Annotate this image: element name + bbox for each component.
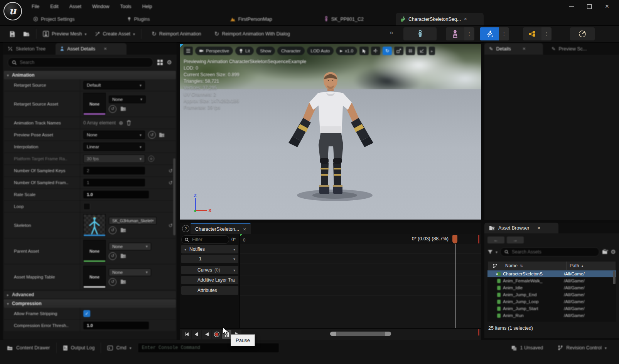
create-asset-button[interactable]: Create Asset ▾ [91, 28, 139, 40]
skeleton-thumbnail[interactable] [83, 214, 106, 237]
section-animation[interactable]: ▾ Animation [4, 71, 176, 79]
details-search-box[interactable] [8, 57, 153, 67]
track-attributes[interactable]: Attributes [181, 286, 238, 295]
asset-row[interactable]: Anim_Jump_Loop/All/Game/ [487, 298, 616, 305]
use-selected-asset-icon[interactable]: ↺ [109, 105, 116, 113]
browse-asset-icon[interactable] [120, 279, 126, 285]
viewport-show-button[interactable]: Show [256, 47, 275, 55]
section-advanced[interactable]: ▸ Advanced [4, 291, 176, 299]
scale-tool-button[interactable] [394, 47, 403, 55]
track-options-icon[interactable]: ▾ [233, 247, 235, 252]
track-notify-row-1[interactable]: 1 ▾ [181, 255, 238, 263]
compression-error-input[interactable]: 1.0 [83, 322, 149, 329]
use-selected-asset-icon[interactable]: ↺ [109, 278, 116, 286]
viewport-character-button[interactable]: Character [277, 47, 305, 55]
name-column-header[interactable]: Name ⇅ [502, 262, 567, 270]
preview-mesh-button[interactable]: Preview Mesh ▾ [39, 28, 91, 40]
sampled-frames-input[interactable]: 1 [83, 179, 145, 186]
menu-tools[interactable]: Tools [115, 0, 137, 13]
console-command-input[interactable] [138, 343, 279, 353]
content-drawer-button[interactable]: Content Drawer [2, 341, 55, 355]
viewport-lod-button[interactable]: LOD Auto [307, 47, 334, 55]
details-scrollbar[interactable] [173, 158, 175, 235]
timeline-filter-box[interactable] [181, 235, 229, 244]
filter-icon[interactable] [487, 250, 493, 254]
timeline-tab[interactable]: CharacterSkeleton... ✕ [191, 223, 251, 234]
asset-row[interactable]: Anim_Jump_Start/All/Game/ [487, 305, 616, 312]
revision-control-button[interactable]: Revision Control ▾ [553, 341, 611, 355]
output-log-button[interactable]: Output Log [58, 341, 100, 355]
track-additive-layer[interactable]: Additive Layer Tra [181, 276, 238, 284]
timeline-scrollbar-handle[interactable] [330, 332, 391, 336]
gear-icon[interactable]: ⚙ [611, 248, 616, 255]
retarget-source-asset-thumbnail[interactable]: None [83, 93, 106, 115]
allow-frame-stripping-checkbox[interactable]: ✓ [83, 310, 90, 317]
details-search-input[interactable] [19, 59, 148, 65]
record-button[interactable] [212, 330, 221, 339]
cmd-button[interactable]: Cmd ▾ [103, 341, 136, 355]
play-reverse-button[interactable] [202, 330, 211, 339]
use-selected-asset-icon[interactable]: ↺ [109, 226, 116, 234]
parent-asset-dropdown[interactable]: None▾ [109, 243, 151, 250]
use-selected-asset-icon[interactable]: ↺ [109, 252, 116, 260]
tab-sk-pp801-c2[interactable]: SK_PP801_C2 [319, 13, 368, 25]
browse-to-asset-button[interactable] [19, 28, 34, 40]
viewport-playback-speed-button[interactable]: ▶ x1.0 [336, 47, 357, 55]
menu-edit[interactable]: Edit [45, 0, 64, 13]
toolbar-overflow-chevron[interactable]: » [390, 29, 393, 37]
preview-pose-asset-dropdown[interactable]: None▾ [83, 131, 145, 139]
timeline-ruler[interactable]: 0 0* (0.03) (88.7%) [240, 234, 481, 245]
track-options-icon[interactable]: ▾ [233, 268, 235, 272]
tab-asset-browser[interactable]: Asset Browser ✕ [484, 223, 558, 233]
mesh-mode-options-button[interactable]: ⋮ [464, 27, 474, 40]
rotate-tool-button[interactable]: ↻ [383, 47, 392, 55]
go-to-start-button[interactable] [182, 330, 191, 339]
asset-list-scrollbar[interactable] [613, 271, 616, 284]
step-backward-button[interactable] [192, 330, 201, 339]
viewport-toolbar-expand-button[interactable]: ▸ [429, 47, 435, 55]
rotation-snap-button[interactable] [417, 47, 427, 55]
reimport-animation-button[interactable]: ↻ Reimport Animation [148, 28, 205, 40]
playhead-marker[interactable] [452, 235, 457, 243]
tab-preview-scene[interactable]: ✎ Preview Sc... [547, 43, 591, 55]
timeline-scrollbar[interactable] [330, 331, 391, 336]
retarget-source-asset-dropdown[interactable]: None▾ [109, 96, 146, 103]
physics-mode-button[interactable] [570, 27, 595, 40]
viewport-lit-button[interactable]: Lit [235, 47, 254, 55]
timeline-filter-input[interactable] [191, 237, 215, 243]
asset-search-box[interactable] [500, 247, 599, 257]
asset-search-input[interactable] [511, 249, 595, 255]
platform-target-dropdown[interactable]: 30 fps▾ [83, 154, 145, 163]
mesh-mode-button[interactable] [446, 27, 464, 40]
reimport-animation-with-dialog-button[interactable]: ↻ Reimport Animation With Dialog [211, 28, 294, 40]
reset-to-default-icon[interactable]: ↺ [169, 180, 173, 186]
plugins-button[interactable]: Plugins [123, 13, 154, 25]
track-notifies[interactable]: ▾ Notifies ▾ [181, 245, 238, 253]
display-options-icon[interactable] [157, 59, 163, 65]
tab-close-icon[interactable]: ✕ [537, 226, 541, 231]
revision-column-header[interactable] [488, 263, 502, 268]
track-options-icon[interactable]: ▾ [233, 257, 235, 261]
viewport-menu-button[interactable] [184, 47, 193, 55]
track-curves[interactable]: Curves (0) ▾ [181, 266, 238, 274]
grid-snap-button[interactable] [406, 47, 415, 55]
browse-asset-icon[interactable] [120, 227, 126, 233]
help-icon[interactable]: ? [182, 225, 189, 232]
viewport-perspective-button[interactable]: Perspective [195, 47, 233, 55]
skeleton-mode-button[interactable] [403, 27, 437, 40]
menu-asset[interactable]: Asset [64, 0, 87, 13]
asset-mapping-dropdown[interactable]: None▾ [109, 268, 151, 276]
menu-help[interactable]: Help [137, 0, 158, 13]
delete-array-icon[interactable] [126, 120, 131, 126]
skeleton-dropdown[interactable]: SK_G3Human_Skelet▾ [109, 217, 157, 225]
tab-close-icon[interactable]: ✕ [243, 227, 246, 231]
tab-characterskeletonseq-active[interactable]: CharacterSkeletonSeq... ✕ [396, 13, 484, 25]
parent-asset-thumbnail[interactable]: None [83, 240, 106, 262]
animation-mode-options-button[interactable]: ⋮ [499, 27, 509, 40]
tab-firstpersonmap[interactable]: FirstPersonMap [225, 13, 277, 25]
blueprint-mode-options-button[interactable]: ⋮ [541, 27, 552, 40]
asset-row-selected[interactable]: ★ CharacterSkeletonS /All/Game/ [487, 270, 616, 277]
project-settings-button[interactable]: Project Settings [29, 13, 79, 25]
tab-close-icon[interactable]: ✕ [464, 17, 467, 22]
add-array-element-icon[interactable]: ⊕ [119, 120, 123, 126]
